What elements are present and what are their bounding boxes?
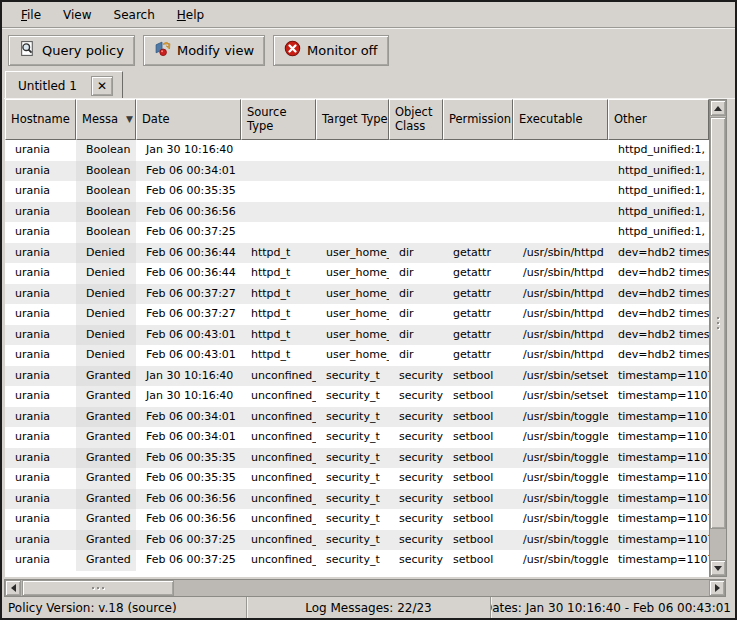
table-row[interactable]: uraniaDeniedFeb 06 00:37:27httpd_tuser_h… bbox=[5, 304, 709, 325]
cell-date: Jan 30 10:16:40 bbox=[136, 386, 241, 407]
column-header-label: Object Class bbox=[395, 106, 442, 134]
column-header-object-class[interactable]: Object Class bbox=[389, 99, 443, 140]
horizontal-scrollbar-thumb[interactable] bbox=[22, 580, 174, 596]
cell-executable: /usr/sbin/toggle bbox=[513, 509, 608, 530]
column-header-target-type[interactable]: Target Type bbox=[316, 99, 389, 140]
cell-permission bbox=[443, 181, 513, 202]
cell-hostname: urania bbox=[5, 509, 76, 530]
modify-view-icon bbox=[154, 40, 171, 60]
table-row[interactable]: uraniaDeniedFeb 06 00:36:44httpd_tuser_h… bbox=[5, 243, 709, 264]
table-row[interactable]: uraniaGrantedFeb 06 00:35:35unconfined_s… bbox=[5, 468, 709, 489]
cell-other: timestamp=11071 bbox=[608, 366, 709, 387]
cell-messa: Granted bbox=[76, 468, 136, 489]
cell-other: timestamp=11076 bbox=[608, 468, 709, 489]
cell-other: dev=hdb2 timesta bbox=[608, 304, 709, 325]
table-row[interactable]: uraniaBooleanFeb 06 00:37:25httpd_unifie… bbox=[5, 222, 709, 243]
cell-hostname: urania bbox=[5, 550, 76, 571]
cell-target-type bbox=[316, 181, 389, 202]
menu-search[interactable]: Search bbox=[103, 4, 166, 26]
table-row[interactable]: uraniaGrantedFeb 06 00:37:25unconfined_s… bbox=[5, 530, 709, 551]
cell-object-class bbox=[389, 222, 443, 243]
column-header-messa[interactable]: Messa▼ bbox=[76, 99, 136, 140]
vertical-scrollbar-thumb[interactable] bbox=[710, 117, 726, 529]
cell-permission: setbool bbox=[443, 386, 513, 407]
column-header-executable[interactable]: Executable bbox=[513, 99, 608, 140]
cell-date: Feb 06 00:37:25 bbox=[136, 222, 241, 243]
scroll-up-button[interactable] bbox=[710, 100, 726, 116]
cell-other: httpd_unified:1, h bbox=[608, 161, 709, 182]
table-row[interactable]: uraniaDeniedFeb 06 00:43:01httpd_tuser_h… bbox=[5, 345, 709, 366]
cell-target-type: security_t bbox=[316, 407, 389, 428]
table-row[interactable]: uraniaGrantedJan 30 10:16:40unconfined_s… bbox=[5, 366, 709, 387]
scroll-down-button[interactable] bbox=[710, 560, 726, 576]
cell-executable: /usr/sbin/httpd bbox=[513, 284, 608, 305]
menu-help[interactable]: Help bbox=[166, 4, 215, 26]
cell-target-type: user_home_ bbox=[316, 263, 389, 284]
column-header-source-type[interactable]: Source Type bbox=[241, 99, 316, 140]
column-header-permission[interactable]: Permission bbox=[443, 99, 513, 140]
query-policy-button[interactable]: Query policy bbox=[8, 35, 135, 66]
cell-other: timestamp=11076 bbox=[608, 530, 709, 551]
tab-label: Untitled 1 bbox=[18, 79, 77, 93]
cell-executable bbox=[513, 181, 608, 202]
cell-permission: setbool bbox=[443, 448, 513, 469]
policy-version-status: Policy Version: v.18 (source) bbox=[2, 597, 246, 618]
table-row[interactable]: uraniaGrantedFeb 06 00:37:25unconfined_s… bbox=[5, 550, 709, 571]
vertical-scrollbar[interactable] bbox=[709, 99, 727, 577]
cell-target-type: user_home_ bbox=[316, 304, 389, 325]
cell-target-type: security_t bbox=[316, 448, 389, 469]
statusbar: Policy Version: v.18 (source) Log Messag… bbox=[2, 597, 735, 618]
table-row[interactable]: uraniaDeniedFeb 06 00:36:44httpd_tuser_h… bbox=[5, 263, 709, 284]
thumb-grip bbox=[717, 317, 719, 329]
cell-executable: /usr/sbin/httpd bbox=[513, 325, 608, 346]
cell-hostname: urania bbox=[5, 530, 76, 551]
horizontal-scrollbar[interactable] bbox=[4, 579, 726, 597]
cell-messa: Boolean bbox=[76, 161, 136, 182]
cell-source-type bbox=[241, 202, 316, 223]
cell-messa: Granted bbox=[76, 366, 136, 387]
menu-file[interactable]: File bbox=[10, 4, 52, 26]
table-row[interactable]: uraniaGrantedFeb 06 00:34:01unconfined_s… bbox=[5, 407, 709, 428]
cell-object-class: security bbox=[389, 489, 443, 510]
cell-other: timestamp=11071 bbox=[608, 386, 709, 407]
cell-object-class: dir bbox=[389, 243, 443, 264]
cell-executable: /usr/sbin/setseb bbox=[513, 366, 608, 387]
table-row[interactable]: uraniaGrantedFeb 06 00:36:56unconfined_s… bbox=[5, 489, 709, 510]
menu-view[interactable]: View bbox=[52, 4, 102, 26]
cell-hostname: urania bbox=[5, 407, 76, 428]
monitor-off-button[interactable]: Monitor off bbox=[273, 35, 388, 66]
cell-object-class: dir bbox=[389, 263, 443, 284]
tab-close-button[interactable]: ✕ bbox=[91, 76, 113, 96]
table-row[interactable]: uraniaBooleanJan 30 10:16:40httpd_unifie… bbox=[5, 140, 709, 161]
cell-date: Feb 06 00:43:01 bbox=[136, 325, 241, 346]
modify-view-button[interactable]: Modify view bbox=[143, 35, 265, 66]
table-row[interactable]: uraniaGrantedFeb 06 00:35:35unconfined_s… bbox=[5, 448, 709, 469]
scroll-left-button[interactable] bbox=[5, 580, 21, 596]
cell-permission: getattr bbox=[443, 263, 513, 284]
cell-object-class: dir bbox=[389, 345, 443, 366]
application-window: FileViewSearchHelp Query policy bbox=[0, 0, 737, 620]
column-header-date[interactable]: Date bbox=[136, 99, 241, 140]
column-header-label: Source Type bbox=[247, 106, 315, 134]
cell-hostname: urania bbox=[5, 243, 76, 264]
cell-target-type: security_t bbox=[316, 366, 389, 387]
table-row[interactable]: uraniaBooleanFeb 06 00:36:56httpd_unifie… bbox=[5, 202, 709, 223]
cell-executable: /usr/sbin/toggle bbox=[513, 448, 608, 469]
cell-hostname: urania bbox=[5, 181, 76, 202]
table-row[interactable]: uraniaGrantedFeb 06 00:34:01unconfined_s… bbox=[5, 427, 709, 448]
table-row[interactable]: uraniaGrantedFeb 06 00:36:56unconfined_s… bbox=[5, 509, 709, 530]
table-row[interactable]: uraniaDeniedFeb 06 00:43:01httpd_tuser_h… bbox=[5, 325, 709, 346]
cell-other: httpd_unified:1, h bbox=[608, 222, 709, 243]
column-header-hostname[interactable]: Hostname bbox=[5, 99, 76, 140]
cell-target-type bbox=[316, 202, 389, 223]
cell-messa: Granted bbox=[76, 530, 136, 551]
table-row[interactable]: uraniaBooleanFeb 06 00:34:01httpd_unifie… bbox=[5, 161, 709, 182]
table-row[interactable]: uraniaGrantedJan 30 10:16:40unconfined_s… bbox=[5, 386, 709, 407]
table-row[interactable]: uraniaDeniedFeb 06 00:37:27httpd_tuser_h… bbox=[5, 284, 709, 305]
cell-hostname: urania bbox=[5, 345, 76, 366]
table-row[interactable]: uraniaBooleanFeb 06 00:35:35httpd_unifie… bbox=[5, 181, 709, 202]
tab-untitled-1[interactable]: Untitled 1 ✕ bbox=[5, 71, 123, 99]
cell-messa: Denied bbox=[76, 345, 136, 366]
scroll-right-button[interactable] bbox=[709, 580, 725, 596]
column-header-other[interactable]: Other bbox=[608, 99, 709, 140]
